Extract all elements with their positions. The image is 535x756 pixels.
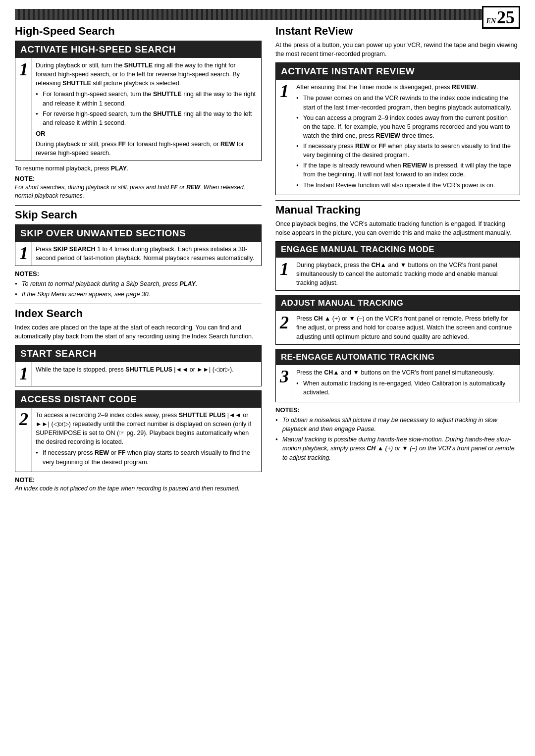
index-step1-header: START SEARCH (15, 345, 261, 362)
high-speed-search-title: High-Speed Search (15, 25, 262, 38)
index-step2-row: 2 To access a recording 2–9 index codes … (15, 408, 261, 472)
left-column: High-Speed Search ACTIVATE HIGH-SPEED SE… (15, 25, 262, 492)
page-container: EN 25 High-Speed Search ACTIVATE HIGH-SP… (0, 0, 535, 756)
resume-note: To resume normal playback, press PLAY. (15, 165, 262, 172)
skip-search-step1-text: Press SKIP SEARCH 1 to 4 times during pl… (36, 245, 257, 263)
bullet-item: The Instant Review function will also op… (296, 181, 516, 190)
index-step1-number: 1 (15, 362, 32, 386)
top-bar-stripes (15, 9, 520, 20)
high-speed-step1-content: During playback or still, turn the SHUTT… (32, 58, 261, 161)
skip-notes-bullets: To return to normal playback during a Sk… (15, 279, 262, 299)
index-note-text: An index code is not placed on the tape … (15, 485, 262, 493)
instant-review-step1-block: ACTIVATE INSTANT REVIEW 1 After ensuring… (275, 62, 520, 195)
divider-1 (15, 205, 262, 206)
manual-tracking-intro: Once playback begins, the VCR's automati… (275, 219, 520, 237)
high-speed-step1-block: ACTIVATE HIGH-SPEED SEARCH 1 During play… (15, 41, 262, 161)
index-step1-block: START SEARCH 1 While the tape is stopped… (15, 345, 262, 386)
skip-search-step1-row: 1 Press SKIP SEARCH 1 to 4 times during … (15, 242, 261, 266)
skip-search-section: Skip Search SKIP OVER UNWANTED SECTIONS … (15, 209, 262, 299)
manual-tracking-step3-number: 3 (276, 365, 292, 402)
page-number-box: EN 25 (482, 6, 520, 29)
high-speed-step1-number: 1 (15, 58, 32, 161)
manual-tracking-step2-row: 2 Press CH ▲ (+) or ▼ (–) on the VCR's f… (276, 311, 520, 344)
or-text: During playback or still, press FF for f… (36, 140, 257, 158)
manual-tracking-step1-number: 1 (276, 258, 292, 290)
bullet-item: If necessary press REW or FF when play s… (36, 448, 257, 466)
manual-tracking-step2-text: Press CH ▲ (+) or ▼ (–) on the VCR's fro… (296, 314, 516, 341)
index-step2-header: ACCESS DISTANT CODE (15, 391, 261, 408)
skip-search-step1-block: SKIP OVER UNWANTED SECTIONS 1 Press SKIP… (15, 224, 262, 266)
instant-review-step1-row: 1 After ensuring that the Timer mode is … (276, 80, 520, 194)
index-step2-bullets: If necessary press REW or FF when play s… (36, 448, 257, 466)
top-bar: EN 25 (15, 9, 520, 20)
manual-tracking-step1-content: During playback, press the CH▲ and ▼ but… (292, 258, 520, 290)
instant-review-step1-content: After ensuring that the Timer mode is di… (292, 80, 520, 194)
or-label: OR (36, 129, 257, 139)
manual-tracking-title: Manual Tracking (275, 204, 520, 216)
manual-tracking-step2-block: ADJUST MANUAL TRACKING 2 Press CH ▲ (+) … (275, 295, 520, 344)
instant-review-bullets: The power comes on and the VCR rewinds t… (296, 94, 516, 189)
main-two-col: High-Speed Search ACTIVATE HIGH-SPEED SE… (15, 25, 520, 492)
index-step1-row: 1 While the tape is stopped, press SHUTT… (15, 362, 261, 386)
instant-review-intro: At the press of a button, you can power … (275, 41, 520, 58)
high-speed-search-section: High-Speed Search ACTIVATE HIGH-SPEED SE… (15, 25, 262, 200)
manual-tracking-step3-row: 3 Press the CH▲ and ▼ buttons on the VCR… (276, 365, 520, 402)
index-step2-block: ACCESS DISTANT CODE 2 To access a record… (15, 390, 262, 472)
bullet-item: To return to normal playback during a Sk… (15, 279, 262, 288)
note-label-hs: NOTE: (15, 175, 262, 182)
instant-review-step1-number: 1 (276, 80, 292, 194)
manual-tracking-step1-text: During playback, press the CH▲ and ▼ but… (296, 261, 516, 287)
index-search-section: Index Search Index codes are placed on t… (15, 307, 262, 492)
index-step1-content: While the tape is stopped, press SHUTTLE… (32, 362, 261, 386)
bullet-item: You can access a program 2–9 index codes… (296, 113, 516, 140)
page-number: 25 (497, 8, 515, 26)
index-step2-text: To access a recording 2–9 index codes aw… (36, 411, 257, 447)
manual-tracking-step3-header: RE-ENGAGE AUTOMATIC TRACKING (276, 349, 520, 365)
high-speed-step1-row: 1 During playback or still, turn the SHU… (15, 58, 261, 161)
note-text-hs: For short searches, during playback or s… (15, 183, 262, 200)
index-note-label: NOTE: (15, 476, 262, 484)
skip-notes-label: NOTES: (15, 270, 262, 277)
manual-tracking-step2-number: 2 (276, 311, 292, 344)
bullet-item: Manual tracking is possible during hands… (275, 435, 520, 462)
instant-review-step1-text: After ensuring that the Timer mode is di… (296, 83, 516, 92)
instant-review-section: Instant ReView At the press of a button,… (275, 25, 520, 195)
manual-tracking-step1-header: ENGAGE MANUAL TRACKING MODE (276, 242, 520, 258)
manual-tracking-step3-block: RE-ENGAGE AUTOMATIC TRACKING 3 Press the… (275, 349, 520, 402)
bullet-item: For reverse high-speed search, turn the … (36, 109, 257, 127)
manual-tracking-notes-bullets: To obtain a noiseless still picture it m… (275, 416, 520, 462)
manual-tracking-step3-content: Press the CH▲ and ▼ buttons on the VCR's… (292, 365, 520, 402)
manual-tracking-step1-block: ENGAGE MANUAL TRACKING MODE 1 During pla… (275, 241, 520, 291)
page-en-label: EN (486, 17, 496, 25)
right-column: Instant ReView At the press of a button,… (273, 25, 520, 464)
index-step1-text: While the tape is stopped, press SHUTTLE… (36, 365, 257, 374)
skip-search-step1-content: Press SKIP SEARCH 1 to 4 times during pl… (32, 242, 261, 266)
manual-tracking-step2-content: Press CH ▲ (+) or ▼ (–) on the VCR's fro… (292, 311, 520, 344)
bullet-item: If necessary press REW or FF when play s… (296, 142, 516, 160)
manual-tracking-section: Manual Tracking Once playback begins, th… (275, 204, 520, 462)
manual-tracking-notes-label: NOTES: (275, 406, 520, 414)
bullet-item: The power comes on and the VCR rewinds t… (296, 94, 516, 111)
instant-review-step1-header: ACTIVATE INSTANT REVIEW (276, 63, 520, 80)
bullet-item: If the Skip Menu screen appears, see pag… (15, 290, 262, 299)
high-speed-step1-header: ACTIVATE HIGH-SPEED SEARCH (15, 41, 261, 58)
manual-tracking-step1-row: 1 During playback, press the CH▲ and ▼ b… (276, 258, 520, 290)
divider-3 (275, 200, 520, 201)
index-step2-number: 2 (15, 408, 32, 472)
tracking-blocks: ENGAGE MANUAL TRACKING MODE 1 During pla… (275, 241, 520, 402)
divider-2 (15, 304, 262, 304)
bullet-item: To obtain a noiseless still picture it m… (275, 416, 520, 433)
index-search-title: Index Search (15, 307, 262, 320)
skip-search-step1-header: SKIP OVER UNWANTED SECTIONS (15, 225, 261, 242)
index-step2-content: To access a recording 2–9 index codes aw… (32, 408, 261, 472)
index-search-intro: Index codes are placed on the tape at th… (15, 323, 262, 341)
high-speed-step1-text: During playback or still, turn the SHUTT… (36, 61, 257, 88)
skip-search-step1-number: 1 (15, 242, 32, 266)
manual-tracking-step3-bullets: When automatic tracking is re-engaged, V… (296, 379, 516, 397)
bullet-item: When automatic tracking is re-engaged, V… (296, 379, 516, 397)
manual-tracking-step3-text: Press the CH▲ and ▼ buttons on the VCR's… (296, 368, 516, 377)
high-speed-step1-bullets: For forward high-speed search, turn the … (36, 90, 257, 127)
skip-search-title: Skip Search (15, 209, 262, 221)
bullet-item: For forward high-speed search, turn the … (36, 90, 257, 108)
bullet-item: If the tape is already rewound when REVI… (296, 161, 516, 179)
